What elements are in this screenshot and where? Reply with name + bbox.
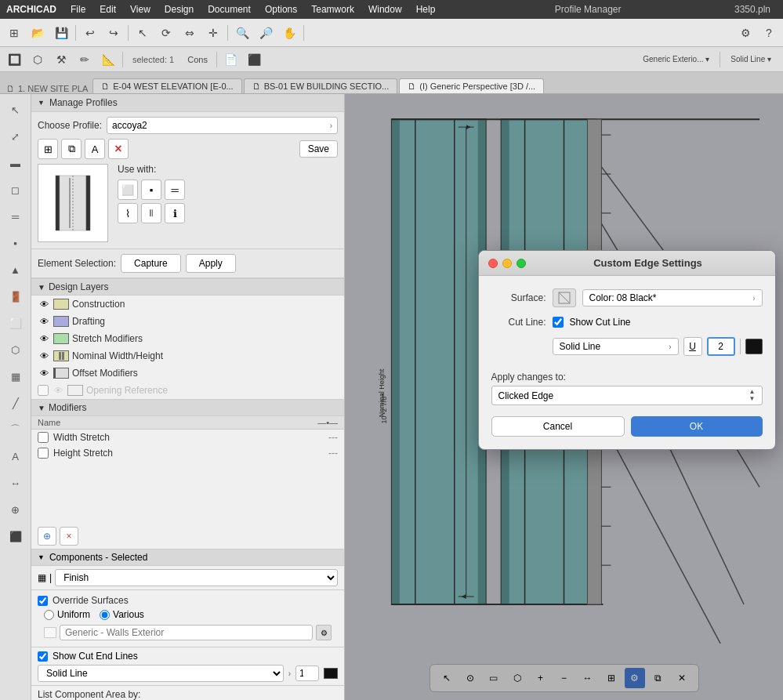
cut-end-lines-checkbox[interactable] bbox=[38, 651, 48, 662]
eye-icon-construction[interactable]: 👁 bbox=[38, 298, 50, 310]
duplicate-profile-btn[interactable]: ⧉ bbox=[61, 139, 82, 159]
tb2-btn5[interactable]: 📐 bbox=[97, 49, 119, 71]
sidebar-text[interactable]: A bbox=[3, 444, 28, 469]
modifiers-header[interactable]: ▼ Modifiers bbox=[31, 399, 344, 416]
tb2-btn6[interactable]: 📄 bbox=[220, 49, 242, 71]
line-weight-input[interactable] bbox=[707, 337, 735, 356]
sidebar-wall[interactable]: ▬ bbox=[3, 151, 28, 176]
surface-icon-btn[interactable] bbox=[553, 288, 576, 307]
underline-btn[interactable]: U bbox=[683, 337, 702, 356]
uniform-radio[interactable] bbox=[44, 610, 54, 620]
rotate-btn[interactable]: ⟳ bbox=[155, 22, 177, 44]
eye-icon-stretch[interactable]: 👁 bbox=[38, 332, 50, 345]
tab-west-elevation[interactable]: 🗋 E-04 WEST ELEVATION [E-0... bbox=[92, 78, 241, 93]
mirror-btn[interactable]: ⇔ bbox=[179, 22, 201, 44]
apply-to-select[interactable]: Clicked Edge ▲ ▼ bbox=[491, 386, 763, 405]
minimize-traffic-light[interactable] bbox=[502, 259, 512, 268]
sidebar-fill[interactable]: ▦ bbox=[3, 364, 28, 389]
select-btn[interactable]: ↖ bbox=[132, 22, 154, 44]
add-btn[interactable]: ⊕ bbox=[38, 527, 56, 546]
profile-dropdown[interactable]: accoya2 › bbox=[107, 117, 338, 134]
tab-perspective[interactable]: 🗋 (I) Generic Perspective [3D /... bbox=[399, 78, 544, 93]
settings-btn[interactable]: ⚙ bbox=[734, 22, 756, 44]
sidebar-symbol[interactable]: ⊕ bbox=[3, 497, 28, 522]
sidebar-window[interactable]: ⬜ bbox=[3, 310, 28, 335]
generic-walls-input[interactable] bbox=[60, 625, 313, 640]
tb2-btn7[interactable]: ⬛ bbox=[244, 49, 266, 71]
override-surfaces-checkbox[interactable] bbox=[38, 596, 48, 606]
sidebar-arrow[interactable]: ↖ bbox=[3, 97, 28, 122]
sidebar-beam[interactable]: ═ bbox=[3, 204, 28, 229]
sidebar-column[interactable]: ◻ bbox=[3, 177, 28, 202]
menu-design[interactable]: Design bbox=[158, 2, 200, 16]
eye-icon-offset[interactable]: 👁 bbox=[38, 367, 50, 379]
line-type-select[interactable]: Solid Line › bbox=[553, 338, 679, 355]
undo-btn[interactable]: ↩ bbox=[79, 22, 101, 44]
tb2-btn3[interactable]: ⚒ bbox=[50, 49, 72, 71]
rename-profile-btn[interactable]: A bbox=[85, 139, 105, 159]
pan-btn[interactable]: ✋ bbox=[278, 22, 300, 44]
close-traffic-light[interactable] bbox=[488, 259, 498, 268]
eye-icon-drafting[interactable]: 👁 bbox=[38, 315, 50, 328]
redo-btn[interactable]: ↪ bbox=[103, 22, 125, 44]
ok-btn[interactable]: OK bbox=[631, 416, 763, 437]
help-btn[interactable]: ? bbox=[758, 22, 780, 44]
wall-icon[interactable]: ⬜ bbox=[118, 180, 138, 200]
solid-line-dd[interactable]: Solid Line ▾ bbox=[725, 49, 777, 71]
column-icon[interactable]: ▪ bbox=[141, 180, 161, 200]
capture-btn[interactable]: Capture bbox=[121, 254, 181, 273]
cut-line-type-select[interactable]: Solid Line bbox=[38, 665, 284, 682]
component-select[interactable]: Finish bbox=[55, 569, 338, 586]
sidebar-dimension[interactable]: ↔ bbox=[3, 470, 28, 495]
sidebar-line[interactable]: ╱ bbox=[3, 390, 28, 415]
handrail-icon[interactable]: ⌇ bbox=[118, 203, 138, 223]
design-layers-header[interactable]: ▼ Design Layers bbox=[31, 278, 344, 296]
tb2-cons-btn[interactable]: Cons bbox=[182, 49, 213, 71]
sidebar-arc[interactable]: ⌒ bbox=[3, 417, 28, 442]
sidebar-slab[interactable]: ▪ bbox=[3, 230, 28, 256]
tab-new-site[interactable]: 1. NEW SITE PLA bbox=[18, 84, 88, 93]
menu-options[interactable]: Options bbox=[259, 2, 303, 16]
maximize-traffic-light[interactable] bbox=[517, 259, 526, 268]
layer-dd[interactable]: Generic Exterio... ▾ bbox=[637, 49, 715, 71]
width-stretch-checkbox[interactable] bbox=[38, 432, 49, 443]
open-btn[interactable]: 📂 bbox=[27, 22, 49, 44]
tb2-btn4[interactable]: ✏ bbox=[74, 49, 96, 71]
apply-btn[interactable]: Apply bbox=[186, 254, 236, 273]
menu-file[interactable]: File bbox=[64, 2, 92, 16]
tb2-btn1[interactable]: 🔲 bbox=[3, 49, 25, 71]
menu-edit[interactable]: Edit bbox=[93, 2, 122, 16]
zoom-in-btn[interactable]: 🔍 bbox=[231, 22, 253, 44]
menu-teamwork[interactable]: Teamwork bbox=[305, 2, 361, 16]
components-header[interactable]: ▼ Components - Selected bbox=[31, 549, 344, 566]
height-stretch-checkbox[interactable] bbox=[38, 448, 49, 459]
save-btn[interactable]: 💾 bbox=[50, 22, 72, 44]
sidebar-door[interactable]: 🚪 bbox=[3, 284, 28, 309]
cut-line-weight-input[interactable] bbox=[295, 666, 319, 681]
tb2-btn2[interactable]: ⬡ bbox=[27, 49, 49, 71]
remove-btn[interactable]: × bbox=[60, 527, 78, 546]
sidebar-object[interactable]: ⬡ bbox=[3, 337, 28, 362]
zoom-out-btn[interactable]: 🔎 bbox=[255, 22, 277, 44]
sidebar-mesh[interactable]: ⬛ bbox=[3, 524, 28, 549]
cut-line-modal-checkbox[interactable] bbox=[553, 317, 564, 328]
cancel-btn[interactable]: Cancel bbox=[491, 416, 625, 437]
eye-icon-nominal[interactable]: 👁 bbox=[38, 350, 50, 362]
menu-help[interactable]: Help bbox=[410, 2, 442, 16]
sidebar-roof[interactable]: ▲ bbox=[3, 257, 28, 282]
beam-icon[interactable]: ═ bbox=[165, 180, 185, 200]
menu-document[interactable]: Document bbox=[201, 2, 257, 16]
save-profile-btn[interactable]: Save bbox=[299, 140, 338, 158]
opening-visibility-checkbox[interactable] bbox=[38, 385, 49, 396]
info-icon[interactable]: ℹ bbox=[165, 203, 185, 223]
manage-profiles-header[interactable]: ▼ Manage Profiles bbox=[31, 94, 344, 112]
surface-value-select[interactable]: Color: 08 Black* › bbox=[582, 289, 763, 306]
railing-icon[interactable]: ⫴ bbox=[141, 203, 161, 223]
surface-settings-btn[interactable]: ⚙ bbox=[316, 625, 332, 640]
new-btn[interactable]: ⊞ bbox=[3, 22, 25, 44]
sidebar-stretch[interactable]: ⤢ bbox=[3, 124, 28, 149]
tab-building-section[interactable]: 🗋 BS-01 EW BUILDING SECTIO... bbox=[244, 78, 398, 93]
new-profile-btn[interactable]: ⊞ bbox=[38, 139, 58, 159]
various-radio[interactable] bbox=[100, 610, 110, 620]
menu-view[interactable]: View bbox=[124, 2, 157, 16]
